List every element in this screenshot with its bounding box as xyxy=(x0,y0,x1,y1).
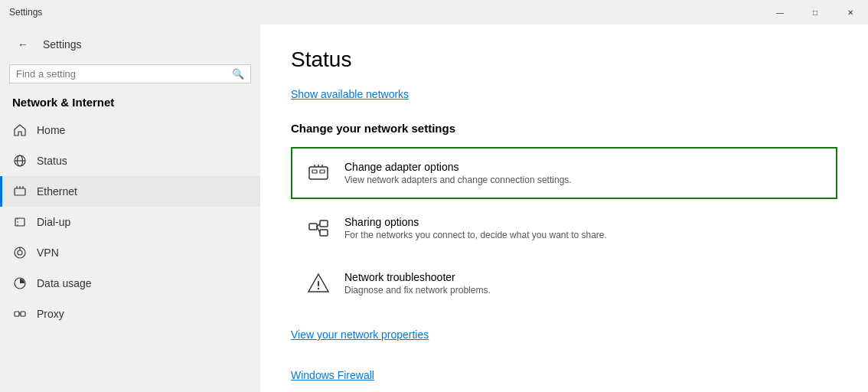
dialup-icon xyxy=(12,214,28,230)
search-input[interactable] xyxy=(16,68,232,80)
maximize-button[interactable]: □ xyxy=(798,0,833,24)
titlebar: Settings — □ ✕ xyxy=(0,0,868,24)
sidebar-item-datausage-label: Data usage xyxy=(37,277,92,289)
back-button[interactable]: ← xyxy=(12,34,34,55)
window-title: Settings xyxy=(9,7,42,18)
adapter-text-block: Change adapter options View network adap… xyxy=(344,161,572,185)
sidebar-item-home-label: Home xyxy=(37,124,65,136)
troubleshooter-title: Network troubleshooter xyxy=(344,271,491,283)
troubleshooter-desc: Diagnose and fix network problems. xyxy=(344,285,491,296)
vpn-icon xyxy=(12,245,28,260)
svg-rect-18 xyxy=(320,170,325,173)
home-icon xyxy=(12,122,28,138)
sharing-desc: For the networks you connect to, decide … xyxy=(344,230,607,240)
troubleshooter-icon xyxy=(305,270,332,297)
settings-window: Settings — □ ✕ ← Settings 🔍 Network & In… xyxy=(0,0,868,392)
search-box[interactable]: 🔍 xyxy=(9,64,251,83)
sidebar-item-vpn[interactable]: VPN xyxy=(0,237,260,268)
sidebar-app-title: Settings xyxy=(43,38,82,51)
section-title: Change your network settings xyxy=(291,122,837,135)
adapter-desc: View network adapters and change connect… xyxy=(344,175,572,185)
sidebar-item-dialup[interactable]: Dial-up xyxy=(0,207,260,237)
svg-rect-22 xyxy=(309,224,317,230)
sharing-options-item[interactable]: Sharing options For the networks you con… xyxy=(291,202,837,254)
troubleshooter-item[interactable]: Network troubleshooter Diagnose and fix … xyxy=(291,257,837,309)
sharing-text-block: Sharing options For the networks you con… xyxy=(344,216,607,240)
settings-list: Change adapter options View network adap… xyxy=(291,147,837,312)
datausage-icon xyxy=(12,276,28,291)
page-title: Status xyxy=(291,47,837,72)
titlebar-controls: — □ ✕ xyxy=(762,0,868,24)
globe-icon xyxy=(12,153,28,168)
sidebar-item-status-label: Status xyxy=(37,155,67,167)
sidebar-item-home[interactable]: Home xyxy=(0,115,260,145)
adapter-icon xyxy=(305,159,332,187)
adapter-title: Change adapter options xyxy=(344,161,572,173)
windows-firewall-link[interactable]: Windows Firewall xyxy=(291,369,374,381)
window-content: ← Settings 🔍 Network & Internet Home xyxy=(0,24,868,392)
svg-line-26 xyxy=(317,227,320,233)
main-panel: Status Show available networks Change yo… xyxy=(260,24,868,392)
titlebar-left: Settings xyxy=(9,7,42,18)
svg-rect-3 xyxy=(15,188,25,195)
search-icon: 🔍 xyxy=(232,68,244,80)
sidebar-item-vpn-label: VPN xyxy=(37,247,59,259)
sidebar-item-ethernet-label: Ethernet xyxy=(37,185,77,198)
sidebar-item-dialup-label: Dial-up xyxy=(37,216,70,228)
proxy-icon xyxy=(12,306,28,322)
svg-rect-23 xyxy=(320,220,328,227)
sidebar-header: ← Settings xyxy=(0,24,260,61)
sidebar-item-proxy-label: Proxy xyxy=(37,308,64,320)
svg-rect-14 xyxy=(21,312,25,316)
change-adapter-options-item[interactable]: Change adapter options View network adap… xyxy=(291,147,837,199)
svg-rect-13 xyxy=(15,312,19,316)
svg-rect-24 xyxy=(320,230,328,236)
view-properties-link[interactable]: View your network properties xyxy=(291,328,429,341)
sidebar-item-ethernet[interactable]: Ethernet xyxy=(0,176,260,207)
svg-rect-7 xyxy=(15,218,24,226)
svg-point-10 xyxy=(18,250,22,255)
close-button[interactable]: ✕ xyxy=(833,0,868,24)
sidebar-category-title: Network & Internet xyxy=(0,93,260,115)
sidebar: ← Settings 🔍 Network & Internet Home xyxy=(0,24,260,392)
sidebar-item-datausage[interactable]: Data usage xyxy=(0,268,260,299)
minimize-button[interactable]: — xyxy=(762,0,798,24)
ethernet-icon xyxy=(12,184,28,199)
sidebar-item-proxy[interactable]: Proxy xyxy=(0,299,260,329)
sharing-title: Sharing options xyxy=(344,216,607,228)
show-networks-link[interactable]: Show available networks xyxy=(291,88,409,100)
sidebar-item-status[interactable]: Status xyxy=(0,145,260,176)
sharing-icon xyxy=(305,214,332,242)
troubleshooter-text-block: Network troubleshooter Diagnose and fix … xyxy=(344,271,491,296)
svg-rect-17 xyxy=(312,170,317,173)
svg-point-29 xyxy=(318,288,319,289)
